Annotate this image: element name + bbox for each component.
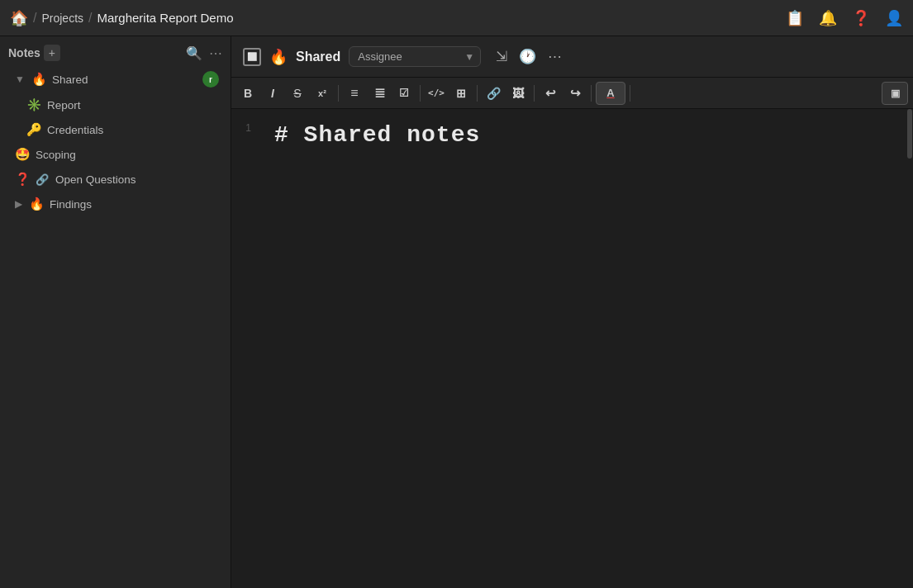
- ordered-list-button[interactable]: ≣: [368, 82, 391, 105]
- sidebar-more-icon[interactable]: ⋯: [209, 45, 222, 61]
- shared-badge: r: [202, 71, 219, 88]
- credentials-icon: 🔑: [26, 122, 42, 137]
- bold-button[interactable]: B: [236, 82, 259, 105]
- share-icon: 🔗: [36, 173, 49, 186]
- editor-content[interactable]: # Shared notes: [258, 109, 913, 588]
- sidebar-shared-label: Shared: [52, 74, 197, 86]
- sidebar-actions: 🔍 ⋯: [186, 45, 222, 61]
- content-header: ⬜ 🔥 Shared Assignee Alice Bob Charlie ▼ …: [231, 36, 913, 78]
- notes-label: Notes: [8, 46, 40, 59]
- help-icon[interactable]: ❓: [852, 9, 870, 27]
- sidebar-item-credentials[interactable]: 🔑 Credentials: [3, 118, 227, 141]
- main-layout: Notes + 🔍 ⋯ ▼ 🔥 Shared r ✳️ Report 🔑 Cre…: [0, 36, 913, 588]
- sidebar-item-scoping[interactable]: 🤩 Scoping: [3, 143, 227, 166]
- expand-arrow-findings: ▶: [15, 198, 22, 210]
- breadcrumb-sep-1: /: [33, 11, 36, 26]
- sidebar-search-icon[interactable]: 🔍: [186, 45, 202, 61]
- assignee-select[interactable]: Assignee Alice Bob Charlie: [349, 46, 481, 67]
- scrollbar-thumb[interactable]: [907, 109, 912, 159]
- toolbar-sep-5: [591, 85, 592, 102]
- topbar-right-icons: 📋 🔔 ❓ 👤: [786, 9, 903, 27]
- heading-1: # Shared notes: [274, 122, 896, 148]
- editor: 1 # Shared notes: [231, 109, 913, 588]
- share-icon[interactable]: ⇲: [496, 48, 507, 65]
- block-type-icon[interactable]: ⬜: [243, 48, 261, 66]
- add-note-button[interactable]: +: [44, 45, 60, 61]
- breadcrumb-page-title: Margherita Report Demo: [97, 11, 233, 25]
- view-mode-button[interactable]: ▣: [882, 82, 908, 105]
- history-icon[interactable]: 🕐: [519, 48, 536, 65]
- report-icon: ✳️: [26, 97, 42, 112]
- content-area: ⬜ 🔥 Shared Assignee Alice Bob Charlie ▼ …: [231, 36, 913, 588]
- assignee-wrapper: Assignee Alice Bob Charlie ▼: [349, 46, 481, 67]
- superscript-button[interactable]: x²: [311, 82, 334, 105]
- sidebar-open-questions-label: Open Questions: [55, 173, 219, 186]
- content-page-title: Shared: [296, 50, 340, 64]
- sidebar-findings-label: Findings: [50, 198, 219, 211]
- highlight-button[interactable]: A: [596, 82, 625, 105]
- more-options-icon[interactable]: ⋯: [548, 48, 562, 65]
- italic-button[interactable]: I: [261, 82, 284, 105]
- expand-arrow-shared: ▼: [15, 74, 25, 85]
- inline-code-button[interactable]: </>: [425, 82, 448, 105]
- line-numbers: 1: [231, 109, 258, 588]
- home-icon[interactable]: 🏠: [10, 9, 28, 27]
- breadcrumb-projects[interactable]: Projects: [41, 12, 83, 25]
- sidebar-item-open-questions[interactable]: ❓ 🔗 Open Questions: [3, 168, 227, 191]
- topbar: 🏠 / Projects / Margherita Report Demo 📋 …: [0, 0, 913, 36]
- page-emoji-icon: 🔥: [269, 48, 288, 66]
- open-questions-icon: ❓: [15, 172, 31, 187]
- toolbar-sep-4: [534, 85, 535, 102]
- sidebar-item-report[interactable]: ✳️ Report: [3, 93, 227, 116]
- undo-button[interactable]: ↩: [539, 82, 562, 105]
- table-button[interactable]: ⊞: [449, 82, 473, 105]
- breadcrumb-sep-2: /: [88, 11, 92, 26]
- scoping-icon: 🤩: [15, 147, 31, 162]
- scrollbar-track[interactable]: [906, 109, 913, 588]
- user-icon[interactable]: 👤: [885, 9, 903, 27]
- sidebar-scoping-label: Scoping: [36, 149, 219, 161]
- sidebar-item-shared[interactable]: ▼ 🔥 Shared r: [3, 67, 227, 92]
- link-button[interactable]: 🔗: [482, 82, 505, 105]
- toolbar: B I S x² ≡ ≣ ☑ </> ⊞ 🔗 🖼 ↩ ↪ A ▣: [231, 78, 913, 109]
- task-list-button[interactable]: ☑: [392, 82, 416, 105]
- toolbar-sep-1: [338, 85, 339, 102]
- toolbar-sep-2: [420, 85, 421, 102]
- header-icons: ⇲ 🕐 ⋯: [496, 48, 562, 65]
- toolbar-sep-6: [630, 85, 630, 102]
- sidebar-credentials-label: Credentials: [47, 124, 219, 136]
- bullet-list-button[interactable]: ≡: [343, 82, 366, 105]
- redo-button[interactable]: ↪: [563, 82, 587, 105]
- toolbar-sep-3: [477, 85, 478, 102]
- line-number-1: 1: [231, 122, 251, 134]
- findings-icon: 🔥: [29, 197, 45, 211]
- shared-icon: 🔥: [31, 72, 47, 87]
- sidebar-header: Notes + 🔍 ⋯: [0, 36, 231, 66]
- sidebar-report-label: Report: [47, 99, 219, 111]
- toolbar-right: ▣: [882, 82, 908, 105]
- image-button[interactable]: 🖼: [506, 82, 530, 105]
- sidebar: Notes + 🔍 ⋯ ▼ 🔥 Shared r ✳️ Report 🔑 Cre…: [0, 36, 231, 588]
- sidebar-item-findings[interactable]: ▶ 🔥 Findings: [3, 192, 227, 216]
- clipboard-icon[interactable]: 📋: [786, 9, 804, 27]
- strikethrough-button[interactable]: S: [286, 82, 309, 105]
- bell-icon[interactable]: 🔔: [819, 9, 837, 27]
